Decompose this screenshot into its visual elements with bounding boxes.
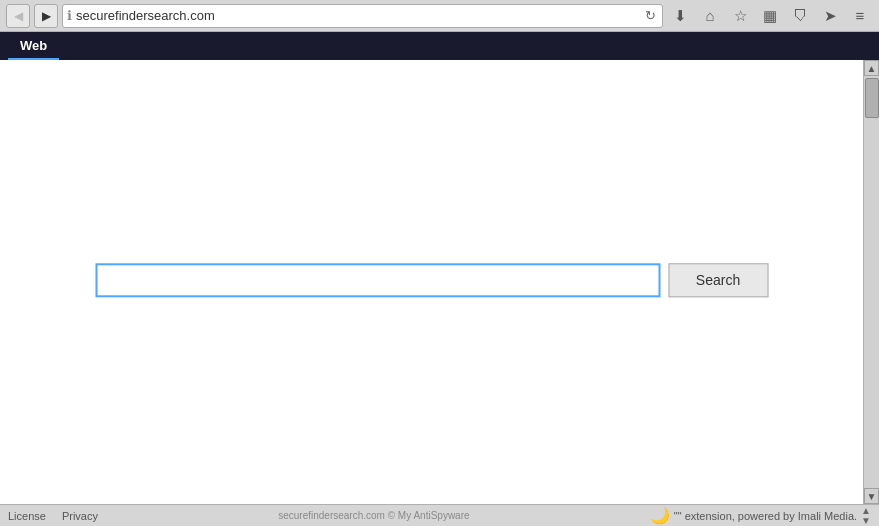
shield-icon[interactable]: ⛉ [787,4,813,28]
status-bar: License Privacy securefindersearch.com ©… [0,504,879,526]
scrollbar-up-arrow[interactable]: ▲ [864,60,879,76]
bookmark-star-icon[interactable]: ☆ [727,4,753,28]
search-input[interactable] [95,263,660,297]
search-button[interactable]: Search [668,263,768,297]
address-bar-container: ℹ ↻ [62,4,663,28]
scrollbar-thumb[interactable] [865,78,879,118]
forward-button[interactable]: ▶ [34,4,58,28]
address-bar[interactable] [76,8,639,23]
status-up-arrow[interactable]: ▲ [861,506,871,516]
status-bar-left: License Privacy [8,510,98,522]
send-icon[interactable]: ➤ [817,4,843,28]
forward-icon: ▶ [42,9,51,23]
privacy-link[interactable]: Privacy [62,510,98,522]
search-area: Search [95,263,768,297]
menu-icon[interactable]: ≡ [847,4,873,28]
page-content: Search [0,60,863,504]
bookmarks-icon[interactable]: ▦ [757,4,783,28]
status-scroll-arrows[interactable]: ▲ ▼ [861,506,871,526]
download-icon[interactable]: ⬇ [667,4,693,28]
back-icon: ◀ [14,9,23,23]
scrollbar-down-arrow[interactable]: ▼ [864,488,879,504]
moon-icon: 🌙 [650,506,670,525]
extension-text: "" extension, powered by Imali Media. [674,510,857,522]
reload-button[interactable]: ↻ [643,8,658,23]
license-link[interactable]: License [8,510,46,522]
toolbar-icons: ⬇ ⌂ ☆ ▦ ⛉ ➤ ≡ [667,4,873,28]
scrollbar-track: ▲ ▼ [863,60,879,504]
status-bar-right: 🌙 "" extension, powered by Imali Media. … [650,506,871,526]
info-icon[interactable]: ℹ [67,8,72,23]
home-icon[interactable]: ⌂ [697,4,723,28]
status-bar-center: securefindersearch.com © My AntiSpyware [98,510,650,521]
tab-web[interactable]: Web [8,32,59,60]
status-down-arrow[interactable]: ▼ [861,516,871,526]
tab-bar: Web [0,32,879,60]
back-button[interactable]: ◀ [6,4,30,28]
